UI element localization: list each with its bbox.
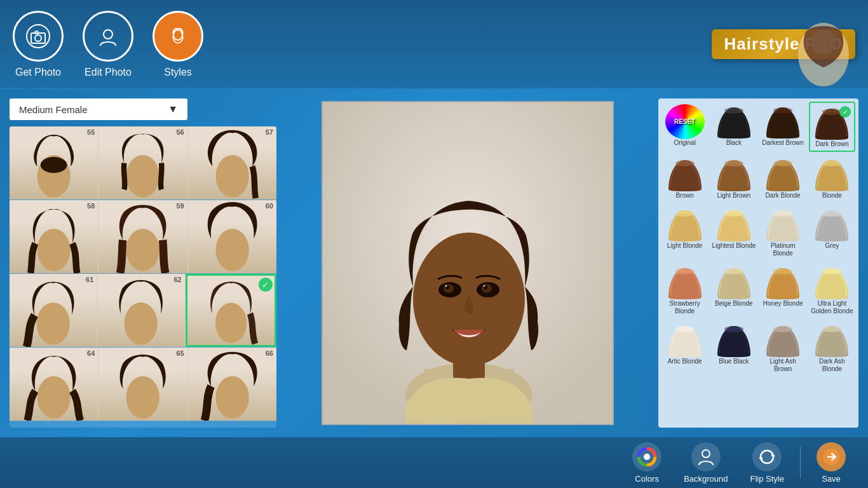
- dropdown-container: Medium Female ▼: [10, 98, 276, 120]
- color-cell-beige-blonde[interactable]: Beige Blonde: [710, 262, 757, 318]
- style-row-3: 61 62: [10, 274, 276, 348]
- light-blonde-swatch: [665, 207, 705, 242]
- color-cell-light-blonde[interactable]: Light Blonde: [661, 205, 708, 260]
- svg-point-0: [27, 25, 50, 48]
- color-label-grey: Grey: [825, 242, 839, 250]
- svg-point-50: [822, 268, 841, 274]
- colors-label: Colors: [635, 474, 659, 484]
- edit-photo-label: Edit Photo: [85, 67, 132, 78]
- svg-point-10: [41, 157, 67, 173]
- color-panel: RESET Original Black Darkest Brown: [658, 98, 858, 428]
- svg-point-41: [773, 160, 792, 166]
- color-cell-ultra-light-golden-blonde[interactable]: Ultra Light Golden Blonde: [809, 262, 855, 318]
- svg-point-56: [644, 454, 650, 460]
- get-photo-label: Get Photo: [15, 67, 61, 78]
- color-cell-darkest-brown[interactable]: Darkest Brown: [760, 102, 806, 152]
- save-icon: [817, 442, 846, 471]
- color-cell-honey-blonde[interactable]: Honey Blonde: [760, 262, 806, 318]
- color-cell-platinum-blonde[interactable]: Platinum Blonde: [760, 205, 806, 260]
- style-cell-59[interactable]: 59: [98, 200, 187, 273]
- svg-point-46: [822, 210, 841, 217]
- style-number-66: 66: [266, 349, 273, 357]
- save-button[interactable]: Save: [807, 439, 855, 487]
- style-row-2: 58 59: [10, 200, 276, 274]
- style-cell-65[interactable]: 65: [98, 348, 187, 421]
- nav-get-photo[interactable]: Get Photo: [13, 11, 64, 78]
- color-label-honey-blonde: Honey Blonde: [763, 300, 803, 308]
- style-cell-61[interactable]: 61: [10, 274, 97, 347]
- style-cell-58[interactable]: 58: [10, 200, 98, 273]
- style-cell-63[interactable]: ✓: [186, 274, 276, 347]
- color-cell-strawberry-blonde[interactable]: Strawberry Blonde: [661, 262, 708, 318]
- color-cell-dark-brown[interactable]: ✓ Dark Brown: [809, 102, 855, 152]
- bottom-divider: [800, 447, 801, 478]
- style-cell-57[interactable]: 57: [188, 126, 276, 200]
- style-cell-55[interactable]: 55: [10, 126, 98, 200]
- svg-point-39: [675, 160, 695, 166]
- color-grid: RESET Original Black Darkest Brown: [661, 102, 855, 376]
- color-cell-original[interactable]: RESET Original: [661, 102, 708, 152]
- get-photo-icon: [13, 11, 64, 62]
- svg-point-21: [215, 376, 248, 419]
- svg-marker-59: [759, 458, 763, 461]
- color-cell-dark-blonde[interactable]: Dark Blonde: [760, 154, 806, 202]
- selected-checkmark: ✓: [259, 278, 273, 292]
- color-label-dark-ash-blonde: Dark Ash Blonde: [810, 358, 854, 373]
- flip-style-button[interactable]: Flip Style: [741, 439, 794, 487]
- person-icon: [696, 447, 715, 466]
- color-cell-brown[interactable]: Brown: [661, 154, 708, 202]
- color-cell-light-brown[interactable]: Light Brown: [710, 154, 757, 202]
- styles-icon: [153, 11, 203, 62]
- platinum-blonde-swatch: [763, 207, 803, 242]
- style-cell-56[interactable]: 56: [98, 126, 187, 200]
- color-cell-dark-ash-blonde[interactable]: Dark Ash Blonde: [809, 320, 855, 376]
- svg-point-43: [675, 210, 695, 217]
- style-number-61: 61: [86, 276, 93, 283]
- svg-point-5: [166, 25, 189, 48]
- blue-black-swatch: [714, 323, 754, 358]
- color-label-light-ash-brown: Light Ash Brown: [761, 358, 805, 373]
- svg-point-36: [724, 107, 743, 114]
- color-label-black: Black: [726, 139, 742, 147]
- beige-blonde-swatch: [714, 265, 754, 300]
- color-cell-grey[interactable]: Grey: [809, 205, 855, 260]
- background-label: Background: [684, 474, 728, 484]
- main-content: Medium Female ▼ 55 5: [0, 89, 868, 437]
- color-cell-blonde[interactable]: Blonde: [809, 154, 855, 202]
- style-number-58: 58: [87, 202, 95, 210]
- style-number-57: 57: [266, 128, 273, 136]
- nav-edit-photo[interactable]: Edit Photo: [83, 11, 133, 78]
- light-ash-brown-swatch: [763, 323, 803, 358]
- style-cell-64[interactable]: 64: [10, 348, 98, 421]
- grey-swatch: [812, 207, 851, 242]
- nav-styles[interactable]: Styles: [153, 11, 203, 78]
- color-cell-blue-black[interactable]: Blue Black: [710, 320, 757, 376]
- color-cell-artic-blonde[interactable]: Artic Blonde: [661, 320, 708, 376]
- top-bar: Get Photo Edit Photo Styles Hairstyle PR…: [0, 0, 868, 89]
- brown-swatch: [665, 157, 705, 192]
- refresh-icon: [757, 447, 776, 466]
- svg-point-38: [822, 109, 841, 115]
- background-button[interactable]: Background: [674, 439, 737, 487]
- style-cell-66[interactable]: 66: [188, 348, 276, 421]
- color-cell-light-ash-brown[interactable]: Light Ash Brown: [760, 320, 806, 376]
- style-cell-62[interactable]: 62: [97, 274, 185, 347]
- colors-button[interactable]: Colors: [623, 439, 671, 487]
- color-label-artic-blonde: Artic Blonde: [668, 358, 702, 365]
- color-label-blue-black: Blue Black: [719, 358, 749, 365]
- honey-blonde-swatch: [763, 265, 803, 300]
- color-cell-lightest-blonde[interactable]: Lightest Blonde: [710, 205, 757, 260]
- chevron-down-icon: ▼: [168, 104, 178, 115]
- color-cell-black[interactable]: Black: [710, 102, 757, 152]
- svg-point-52: [724, 326, 743, 332]
- color-label-brown: Brown: [675, 192, 693, 200]
- svg-point-13: [37, 229, 71, 271]
- style-cell-60[interactable]: 60: [188, 200, 276, 273]
- color-label-dark-blonde: Dark Blonde: [766, 192, 801, 200]
- bottom-bar: Colors Background Flip Style: [0, 437, 868, 488]
- style-dropdown[interactable]: Medium Female ▼: [10, 98, 187, 120]
- flip-style-icon: [752, 442, 782, 471]
- style-row-1: 55 56: [10, 126, 276, 200]
- svg-point-44: [724, 210, 743, 217]
- svg-point-18: [215, 303, 247, 343]
